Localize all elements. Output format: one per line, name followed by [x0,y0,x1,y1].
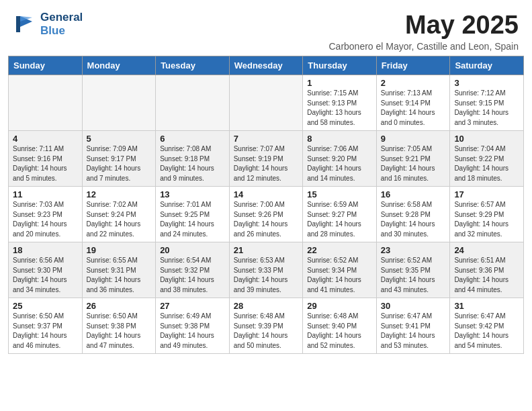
cell-info: Sunrise: 6:54 AM Sunset: 9:32 PM Dayligh… [160,256,225,295]
subtitle: Carbonero el Mayor, Castille and Leon, S… [328,41,519,52]
cell-info: Sunrise: 7:00 AM Sunset: 9:26 PM Dayligh… [234,200,299,239]
calendar-cell: 31Sunrise: 6:47 AM Sunset: 9:42 PM Dayli… [450,298,524,354]
calendar-cell: 21Sunrise: 6:53 AM Sunset: 9:33 PM Dayli… [229,242,303,298]
day-number: 11 [13,189,78,199]
cell-info: Sunrise: 6:53 AM Sunset: 9:33 PM Dayligh… [234,256,299,295]
cell-info: Sunrise: 7:11 AM Sunset: 9:16 PM Dayligh… [13,144,78,183]
calendar-week-1: 1Sunrise: 7:15 AM Sunset: 9:13 PM Daylig… [9,75,524,131]
cell-info: Sunrise: 6:52 AM Sunset: 9:35 PM Dayligh… [381,256,446,295]
cell-info: Sunrise: 7:06 AM Sunset: 9:20 PM Dayligh… [307,144,372,183]
calendar-cell: 8Sunrise: 7:06 AM Sunset: 9:20 PM Daylig… [303,131,377,187]
cell-info: Sunrise: 7:09 AM Sunset: 9:17 PM Dayligh… [87,144,152,183]
cell-info: Sunrise: 6:57 AM Sunset: 9:29 PM Dayligh… [454,200,519,239]
day-number: 13 [160,189,225,199]
cell-info: Sunrise: 7:08 AM Sunset: 9:18 PM Dayligh… [160,144,225,183]
cell-info: Sunrise: 6:50 AM Sunset: 9:38 PM Dayligh… [87,312,152,351]
cell-info: Sunrise: 7:15 AM Sunset: 9:13 PM Dayligh… [307,89,372,128]
cell-info: Sunrise: 6:51 AM Sunset: 9:36 PM Dayligh… [454,256,519,295]
day-number: 2 [381,78,446,88]
month-title: May 2025 [328,11,519,40]
logo-blue: Blue [40,24,83,38]
logo: General Blue [13,11,83,37]
day-number: 3 [454,78,519,88]
calendar-cell: 20Sunrise: 6:54 AM Sunset: 9:32 PM Dayli… [156,242,230,298]
logo-icon [13,12,38,36]
calendar-cell: 25Sunrise: 6:50 AM Sunset: 9:37 PM Dayli… [9,298,83,354]
cell-info: Sunrise: 6:49 AM Sunset: 9:38 PM Dayligh… [160,312,225,351]
cell-info: Sunrise: 7:07 AM Sunset: 9:19 PM Dayligh… [234,144,299,183]
calendar-cell: 24Sunrise: 6:51 AM Sunset: 9:36 PM Dayli… [450,242,524,298]
header-tuesday: Tuesday [156,56,230,75]
calendar-cell: 10Sunrise: 7:04 AM Sunset: 9:22 PM Dayli… [450,131,524,187]
calendar-cell: 5Sunrise: 7:09 AM Sunset: 9:17 PM Daylig… [82,131,156,187]
day-number: 16 [381,189,446,199]
day-number: 19 [87,245,152,255]
day-number: 26 [87,301,152,311]
cell-info: Sunrise: 6:47 AM Sunset: 9:41 PM Dayligh… [381,312,446,351]
calendar-cell: 30Sunrise: 6:47 AM Sunset: 9:41 PM Dayli… [376,298,450,354]
header-saturday: Saturday [450,56,524,75]
cell-info: Sunrise: 6:52 AM Sunset: 9:34 PM Dayligh… [307,256,372,295]
header-monday: Monday [82,56,156,75]
calendar-cell [82,75,156,131]
header: General Blue May 2025 Carbonero el Mayor… [0,0,532,56]
cell-info: Sunrise: 7:12 AM Sunset: 9:15 PM Dayligh… [454,89,519,128]
day-number: 14 [234,189,299,199]
calendar-week-2: 4Sunrise: 7:11 AM Sunset: 9:16 PM Daylig… [9,131,524,187]
calendar-cell: 27Sunrise: 6:49 AM Sunset: 9:38 PM Dayli… [156,298,230,354]
header-friday: Friday [376,56,450,75]
calendar-cell: 7Sunrise: 7:07 AM Sunset: 9:19 PM Daylig… [229,131,303,187]
calendar-cell [229,75,303,131]
cell-info: Sunrise: 7:04 AM Sunset: 9:22 PM Dayligh… [454,144,519,183]
calendar-cell: 3Sunrise: 7:12 AM Sunset: 9:15 PM Daylig… [450,75,524,131]
calendar-cell: 26Sunrise: 6:50 AM Sunset: 9:38 PM Dayli… [82,298,156,354]
day-number: 30 [381,301,446,311]
calendar-cell [9,75,83,131]
cell-info: Sunrise: 6:56 AM Sunset: 9:30 PM Dayligh… [13,256,78,295]
day-number: 21 [234,245,299,255]
calendar-cell: 4Sunrise: 7:11 AM Sunset: 9:16 PM Daylig… [9,131,83,187]
calendar-table: Sunday Monday Tuesday Wednesday Thursday… [8,56,524,354]
calendar-week-4: 18Sunrise: 6:56 AM Sunset: 9:30 PM Dayli… [9,242,524,298]
calendar-cell: 15Sunrise: 6:59 AM Sunset: 9:27 PM Dayli… [303,187,377,242]
header-sunday: Sunday [9,56,83,75]
calendar-cell: 6Sunrise: 7:08 AM Sunset: 9:18 PM Daylig… [156,131,230,187]
logo-text: General Blue [40,11,83,37]
cell-info: Sunrise: 6:59 AM Sunset: 9:27 PM Dayligh… [307,200,372,239]
calendar-cell: 9Sunrise: 7:05 AM Sunset: 9:21 PM Daylig… [376,131,450,187]
calendar-header-row: Sunday Monday Tuesday Wednesday Thursday… [9,56,524,75]
page-wrapper: General Blue May 2025 Carbonero el Mayor… [0,0,532,411]
day-number: 31 [454,301,519,311]
day-number: 15 [307,189,372,199]
cell-info: Sunrise: 6:58 AM Sunset: 9:28 PM Dayligh… [381,200,446,239]
day-number: 27 [160,301,225,311]
calendar-cell: 14Sunrise: 7:00 AM Sunset: 9:26 PM Dayli… [229,187,303,242]
cell-info: Sunrise: 7:03 AM Sunset: 9:23 PM Dayligh… [13,200,78,239]
calendar-cell: 22Sunrise: 6:52 AM Sunset: 9:34 PM Dayli… [303,242,377,298]
title-section: May 2025 Carbonero el Mayor, Castille an… [328,11,519,52]
calendar-cell: 16Sunrise: 6:58 AM Sunset: 9:28 PM Dayli… [376,187,450,242]
calendar-cell: 12Sunrise: 7:02 AM Sunset: 9:24 PM Dayli… [82,187,156,242]
cell-info: Sunrise: 6:48 AM Sunset: 9:40 PM Dayligh… [307,312,372,351]
calendar-cell: 17Sunrise: 6:57 AM Sunset: 9:29 PM Dayli… [450,187,524,242]
day-number: 22 [307,245,372,255]
calendar-cell: 28Sunrise: 6:48 AM Sunset: 9:39 PM Dayli… [229,298,303,354]
cell-info: Sunrise: 7:05 AM Sunset: 9:21 PM Dayligh… [381,144,446,183]
day-number: 7 [234,134,299,144]
day-number: 17 [454,189,519,199]
day-number: 20 [160,245,225,255]
cell-info: Sunrise: 6:47 AM Sunset: 9:42 PM Dayligh… [454,312,519,351]
day-number: 23 [381,245,446,255]
calendar-cell: 29Sunrise: 6:48 AM Sunset: 9:40 PM Dayli… [303,298,377,354]
calendar-cell: 2Sunrise: 7:13 AM Sunset: 9:14 PM Daylig… [376,75,450,131]
day-number: 5 [87,134,152,144]
calendar-week-5: 25Sunrise: 6:50 AM Sunset: 9:37 PM Dayli… [9,298,524,354]
day-number: 29 [307,301,372,311]
day-number: 12 [87,189,152,199]
svg-rect-0 [16,16,20,32]
cell-info: Sunrise: 6:48 AM Sunset: 9:39 PM Dayligh… [234,312,299,351]
day-number: 9 [381,134,446,144]
calendar-cell: 1Sunrise: 7:15 AM Sunset: 9:13 PM Daylig… [303,75,377,131]
calendar-cell: 11Sunrise: 7:03 AM Sunset: 9:23 PM Dayli… [9,187,83,242]
day-number: 10 [454,134,519,144]
